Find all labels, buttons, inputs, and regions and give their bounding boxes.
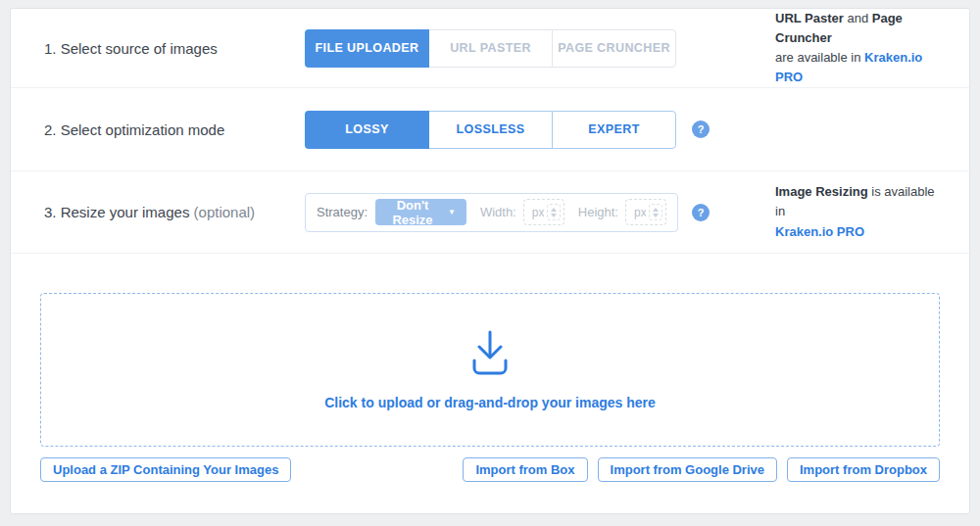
source-tabs: FILE UPLOADER URL PASTER PAGE CRUNCHER	[305, 29, 678, 68]
footer-actions: Upload a ZIP Containing Your Images Impo…	[11, 457, 969, 482]
note-url-paster: URL Paster	[775, 11, 844, 25]
width-stepper-icon[interactable]	[547, 204, 561, 220]
source-pro-note: URL Paster and Page Cruncher are availab…	[723, 9, 969, 88]
upload-dropzone[interactable]: Click to upload or drag-and-drop your im…	[40, 293, 940, 447]
strategy-label: Strategy:	[317, 205, 368, 219]
dropzone-text: Click to upload or drag-and-drop your im…	[324, 395, 656, 410]
note-image-resizing: Image Resizing	[775, 184, 868, 199]
resize-pro-note: Image Resizing is available in Kraken.io…	[723, 182, 969, 241]
resize-panel: Strategy: Don't Resize ▼ Width: Height:	[305, 193, 678, 232]
width-label: Width:	[480, 205, 516, 219]
import-box-button[interactable]: Import from Box	[463, 457, 587, 482]
kraken-pro-link-2[interactable]: Kraken.io PRO	[775, 224, 864, 239]
note-available-in: are available in	[775, 50, 864, 65]
chevron-down-icon: ▼	[448, 209, 456, 216]
upload-zip-button[interactable]: Upload a ZIP Containing Your Images	[40, 457, 291, 482]
step-mode-row: 2. Select optimization mode LOSSY LOSSLE…	[11, 88, 969, 171]
tab-url-paster[interactable]: URL PASTER	[428, 29, 553, 68]
height-label: Height:	[578, 205, 618, 219]
tab-expert[interactable]: EXPERT	[552, 111, 676, 149]
width-field-wrap	[523, 199, 564, 225]
strategy-dropdown[interactable]: Don't Resize ▼	[375, 199, 466, 225]
optimizer-panel: 1. Select source of images FILE UPLOADER…	[10, 8, 970, 514]
import-google-drive-button[interactable]: Import from Google Drive	[598, 457, 777, 482]
step-source-label: 1. Select source of images	[11, 40, 305, 57]
step-resize-row: 3. Resize your images (optional) Strateg…	[11, 171, 969, 254]
strategy-value: Don't Resize	[386, 198, 439, 227]
note-and: and	[844, 11, 872, 25]
tab-page-cruncher[interactable]: PAGE CRUNCHER	[552, 29, 676, 68]
mode-help-icon[interactable]: ?	[692, 120, 710, 138]
import-dropbox-button[interactable]: Import from Dropbox	[787, 457, 940, 482]
height-field-wrap	[625, 199, 666, 225]
tab-lossless[interactable]: LOSSLESS	[428, 111, 553, 149]
height-stepper-icon[interactable]	[649, 204, 662, 220]
step-resize-label: 3. Resize your images (optional)	[11, 204, 305, 220]
resize-help-icon[interactable]: ?	[692, 204, 710, 221]
tab-lossy[interactable]: LOSSY	[305, 111, 429, 149]
mode-tabs: LOSSY LOSSLESS EXPERT	[305, 111, 678, 149]
step-mode-label: 2. Select optimization mode	[11, 121, 305, 138]
download-arrow-icon	[466, 330, 514, 375]
step-source-row: 1. Select source of images FILE UPLOADER…	[11, 9, 969, 88]
tab-file-uploader[interactable]: FILE UPLOADER	[305, 29, 429, 68]
import-buttons: Import from Box Import from Google Drive…	[463, 457, 940, 482]
upload-section: Click to upload or drag-and-drop your im…	[11, 254, 969, 447]
resize-label-optional: (optional)	[189, 204, 255, 220]
resize-label-main: 3. Resize your images	[44, 204, 189, 220]
